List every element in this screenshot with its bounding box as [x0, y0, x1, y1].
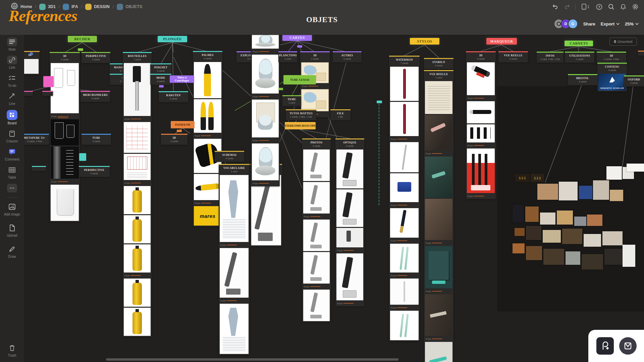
column-header[interactable]: BRISTOL4 cards [568, 74, 597, 84]
collage-photo[interactable] [526, 246, 542, 260]
column-header[interactable]: UTILISATIONS2 cards [565, 52, 594, 62]
reference-image[interactable] [390, 208, 419, 238]
caption-link[interactable] [432, 243, 442, 243]
reference-image[interactable] [194, 174, 221, 200]
board-label-carnets[interactable]: CARNETS [565, 41, 593, 46]
column-header[interactable]: STABILO4 cards [424, 58, 453, 68]
caption-link[interactable] [131, 119, 141, 119]
column-header[interactable]: SCHEMAS4 cards [215, 151, 244, 161]
reference-image[interactable] [252, 33, 279, 49]
reference-image[interactable] [303, 182, 330, 214]
reference-image[interactable] [336, 149, 363, 188]
reference-image[interactable] [390, 102, 419, 136]
column-mode[interactable]: MODE4 cards [150, 74, 171, 85]
sticky-note[interactable] [43, 76, 54, 87]
column-header[interactable] [42, 91, 53, 95]
reference-image[interactable] [252, 100, 279, 137]
column-header[interactable]: METAPURE 33+4 cards, 2 files [20, 134, 49, 144]
column-header[interactable]: VUE REELLE2 cards [498, 51, 528, 61]
reference-image[interactable] [336, 253, 363, 300]
search-icon[interactable] [607, 3, 615, 11]
caption-link[interactable] [259, 183, 269, 184]
column-header[interactable]: RAKUTEN2 cards [159, 91, 188, 101]
collage-photo[interactable] [526, 226, 541, 240]
note-papier-ph[interactable]: PAPIER PH [171, 121, 195, 128]
devices-icon[interactable]: 1 [580, 3, 591, 11]
collage-photo[interactable] [604, 249, 624, 265]
column-temu[interactable]: TEMU1 card [282, 95, 301, 106]
sidebar-tool-link[interactable]: Link [7, 56, 17, 69]
caption-link[interactable] [131, 183, 141, 183]
image-caption[interactable]: From [425, 289, 452, 293]
board-canvas[interactable]: 3D4 cardsFromamazon.frFromPERSPECTIVE2 c… [0, 0, 644, 362]
column-vue-reelle[interactable]: VUE REELLE1 cardFromFromFromFromFrom [424, 70, 453, 362]
caption-link[interactable] [259, 140, 269, 141]
image-caption[interactable]: From [390, 203, 419, 207]
image-caption[interactable]: From [252, 50, 279, 54]
image-caption[interactable]: Fromamazon.fr [51, 114, 79, 118]
column-palmes[interactable]: PALMES4 cardsFromFrommares [193, 51, 222, 227]
reference-image[interactable] [467, 101, 495, 123]
column-infos[interactable]: INFOS1 card, 1 file, 1 link [537, 52, 564, 63]
reference-image[interactable] [124, 279, 151, 307]
sidebar-tool-upload[interactable]: Upload [7, 224, 17, 237]
note-tube-a-essai[interactable]: TUBE A ESSAI [283, 75, 316, 84]
collage-photo[interactable] [543, 230, 561, 243]
column-header[interactable]: 3D2 cards, 4 files [597, 52, 626, 62]
image-caption[interactable]: From [194, 134, 221, 138]
caption-link[interactable] [308, 86, 318, 86]
caption-link[interactable] [259, 51, 269, 52]
image-caption[interactable]: From [303, 215, 330, 219]
column-optique[interactable]: OPTIQUE4 cardsFromFrom [335, 138, 364, 306]
column-header[interactable]: PHOTOS4 cards [302, 138, 331, 148]
column-header[interactable]: OPTIQUE4 cards [335, 138, 364, 148]
caption-link[interactable] [201, 135, 211, 136]
column-header[interactable]: 3D2 cards [300, 51, 330, 61]
reference-image[interactable] [467, 62, 495, 95]
column-header[interactable]: INFOS1 card, 1 file, 1 link [537, 52, 564, 62]
image-column[interactable] [24, 91, 33, 96]
caption-link[interactable] [432, 153, 442, 154]
reference-image[interactable] [390, 244, 419, 273]
collage-photo[interactable] [515, 228, 525, 236]
caption-link[interactable] [227, 245, 237, 245]
reference-image[interactable] [51, 63, 79, 113]
reference-image[interactable] [252, 143, 279, 180]
collage-photo[interactable] [525, 206, 539, 222]
avatar[interactable]: G [568, 19, 578, 29]
reference-image[interactable] [220, 304, 249, 354]
column-header[interactable]: 3D4 cards [466, 51, 496, 61]
column-header[interactable]: FILE1 file [330, 109, 351, 119]
board-label-plong-e[interactable]: PLONGÉE [158, 36, 187, 42]
reference-image[interactable]: mares [194, 206, 221, 226]
reference-image[interactable] [425, 157, 452, 198]
settings-icon[interactable] [631, 3, 639, 11]
reference-image[interactable] [124, 244, 151, 273]
reference-image[interactable] [390, 173, 419, 202]
column-contenu[interactable]: CONTENU4 cardsSEMANTIC SCHOLAR [597, 63, 627, 92]
breadcrumb-item-objets[interactable]: OBJETS [117, 4, 142, 10]
sidebar-tool-comment[interactable]: Comment [5, 147, 19, 161]
caption-link[interactable] [474, 196, 484, 196]
image-caption[interactable]: From [220, 299, 249, 303]
unsorted-badge[interactable]: 0 Unsorted [609, 38, 637, 46]
reference-image[interactable] [336, 228, 363, 247]
notifications-icon[interactable] [619, 3, 627, 11]
avatar-group[interactable]: DG [554, 19, 578, 29]
column-file[interactable]: FILE1 file [330, 109, 351, 120]
collage-photo[interactable] [537, 184, 558, 200]
breadcrumb-item-dessin[interactable]: DESSIN [85, 4, 110, 10]
image-caption[interactable]: From [303, 285, 330, 289]
export-button[interactable]: Export [601, 21, 620, 26]
connector-chip[interactable] [297, 45, 302, 48]
sidebar-tool-todo[interactable]: To-do [7, 74, 17, 87]
reference-image[interactable] [303, 290, 330, 321]
reference-image[interactable] [390, 311, 419, 340]
column-header[interactable]: POIGNET2 cards [150, 63, 171, 73]
board-label-becher[interactable]: BECHER [68, 36, 97, 42]
connector-chip[interactable] [278, 88, 283, 90]
reference-image[interactable] [252, 55, 279, 94]
board-label-cartes[interactable]: CARTES [282, 34, 312, 41]
column-perspective[interactable]: PERSPECTIVE4 cards [79, 166, 110, 177]
caption-link[interactable] [58, 181, 68, 182]
